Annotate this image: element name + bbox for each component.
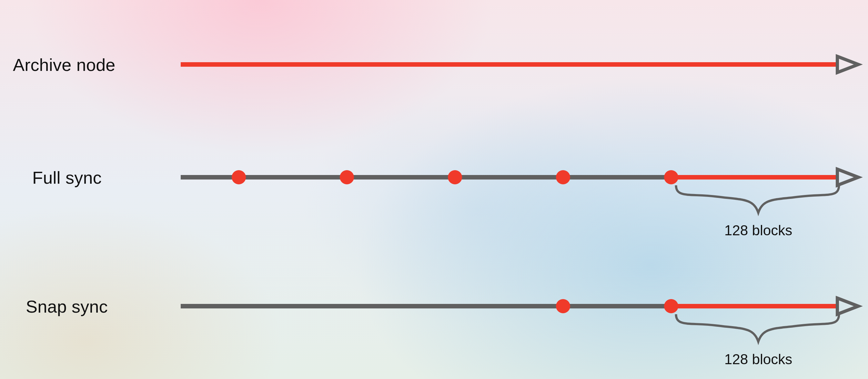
brace-label-snap: 128 blocks	[724, 351, 792, 367]
checkpoint-dot	[664, 299, 678, 313]
checkpoint-dot	[556, 299, 570, 313]
brace-icon	[676, 185, 839, 213]
arrowhead-icon	[837, 298, 858, 314]
checkpoint-dot	[340, 170, 354, 184]
timeline-archive	[181, 57, 858, 72]
checkpoint-dot	[232, 170, 246, 184]
checkpoint-dot	[448, 170, 462, 184]
label-archive: Archive node	[13, 55, 116, 74]
brace-icon	[676, 314, 839, 342]
arrowhead-icon	[837, 57, 858, 72]
checkpoint-dot	[556, 170, 570, 184]
timeline-full-sync: 128 blocks	[181, 169, 858, 238]
label-snap-sync: Snap sync	[26, 297, 108, 316]
label-full-sync: Full sync	[32, 168, 102, 187]
sync-diagram: Archive node Full sync 128 blocks Snap s…	[0, 0, 868, 379]
timeline-snap-sync: 128 blocks	[181, 298, 858, 367]
checkpoint-dot	[664, 170, 678, 184]
brace-label-full: 128 blocks	[724, 222, 792, 238]
arrowhead-icon	[837, 169, 858, 185]
